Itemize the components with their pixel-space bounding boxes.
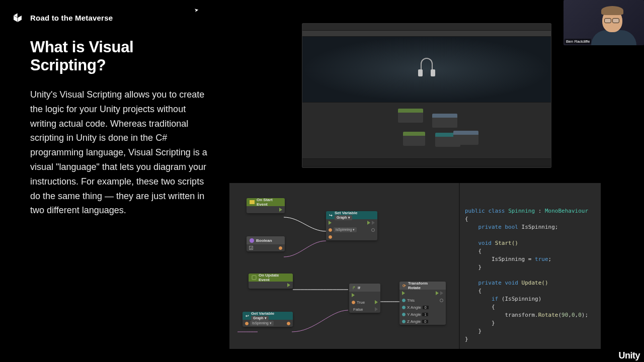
- port-out[interactable]: [371, 228, 375, 232]
- node-get-variable[interactable]: ↩Get VariableGraph ▾ IsSpinning ▾: [243, 312, 293, 327]
- port-out[interactable]: [279, 246, 282, 250]
- var-dropdown[interactable]: IsSpinning ▾: [250, 321, 274, 326]
- node-transform-rotate[interactable]: ⟳TransformRotate This X Angle0 Y Angle1 …: [399, 282, 446, 325]
- z-value[interactable]: 0: [422, 320, 428, 323]
- webcam-overlay: Ben Radcliffe: [564, 0, 644, 45]
- editor-menubar: [302, 31, 551, 37]
- port-cond[interactable]: [352, 301, 355, 304]
- node-set-variable[interactable]: ↪Set VariableGraph ▾ isSpinning ▾: [326, 211, 377, 240]
- flow-out[interactable]: [436, 291, 439, 295]
- header-title: Road to the Metaverse: [30, 14, 113, 22]
- bool-icon: [250, 238, 254, 243]
- editor-titlebar: [302, 24, 551, 31]
- port-name[interactable]: [329, 228, 332, 232]
- port-this[interactable]: [402, 299, 406, 302]
- comparison-panel: On StartEvent Boolean ✓ ↪Set VariableGra…: [229, 183, 601, 349]
- x-value[interactable]: 0: [423, 306, 429, 309]
- unity-cube-icon: [12, 12, 23, 23]
- editor-thumbnail: [302, 23, 551, 168]
- headset-model: [419, 59, 435, 79]
- setvar-icon: ↪: [329, 213, 333, 218]
- scope-dropdown[interactable]: Graph ▾: [335, 215, 352, 220]
- flow-in[interactable]: [329, 221, 332, 225]
- node-on-start[interactable]: On StartEvent: [247, 198, 285, 213]
- port-out[interactable]: [287, 322, 290, 325]
- presenter-name: Ben Radcliffe: [565, 39, 591, 44]
- flow-false[interactable]: [375, 307, 378, 311]
- port-name[interactable]: [245, 322, 249, 325]
- slide-content: What is Visual Scripting? Unity's Visual…: [0, 28, 231, 218]
- code-panel: public class Spinning : MonoBehaviour { …: [459, 183, 601, 349]
- editor-viewport: [302, 37, 551, 102]
- flow-out[interactable]: [367, 221, 370, 225]
- branch-icon: ↱: [352, 286, 356, 290]
- checkbox-icon[interactable]: ✓: [249, 246, 253, 250]
- unity-logo: Unity: [619, 350, 640, 361]
- cursor-icon: ➤: [194, 7, 199, 13]
- visual-script-panel: On StartEvent Boolean ✓ ↪Set VariableGra…: [229, 183, 459, 349]
- var-dropdown[interactable]: isSpinning ▾: [334, 227, 357, 232]
- slide-body: Unity's Visual Scripting allows you to c…: [30, 87, 211, 218]
- node-boolean[interactable]: Boolean ✓: [247, 236, 285, 251]
- port-value[interactable]: [329, 235, 332, 239]
- flow-true[interactable]: [375, 300, 378, 304]
- y-value[interactable]: 1: [422, 313, 428, 316]
- flag-icon: [250, 200, 255, 204]
- node-on-update[interactable]: On UpdateEvent: [249, 274, 293, 289]
- node-if[interactable]: ↱If True False: [349, 284, 380, 313]
- port-z[interactable]: [402, 320, 406, 323]
- rotate-icon: ⟳: [403, 284, 406, 288]
- flow-in[interactable]: [352, 293, 355, 297]
- scope-dropdown[interactable]: Graph ▾: [251, 316, 269, 321]
- loop-icon: [252, 275, 257, 280]
- editor-statusbar: [302, 158, 551, 165]
- port-y[interactable]: [402, 313, 406, 316]
- port-x[interactable]: [402, 306, 406, 309]
- slide-title: What is Visual Scripting?: [30, 38, 211, 74]
- getvar-icon: ↩: [246, 314, 249, 318]
- flow-in[interactable]: [402, 291, 405, 295]
- editor-graph-pane: [302, 102, 551, 158]
